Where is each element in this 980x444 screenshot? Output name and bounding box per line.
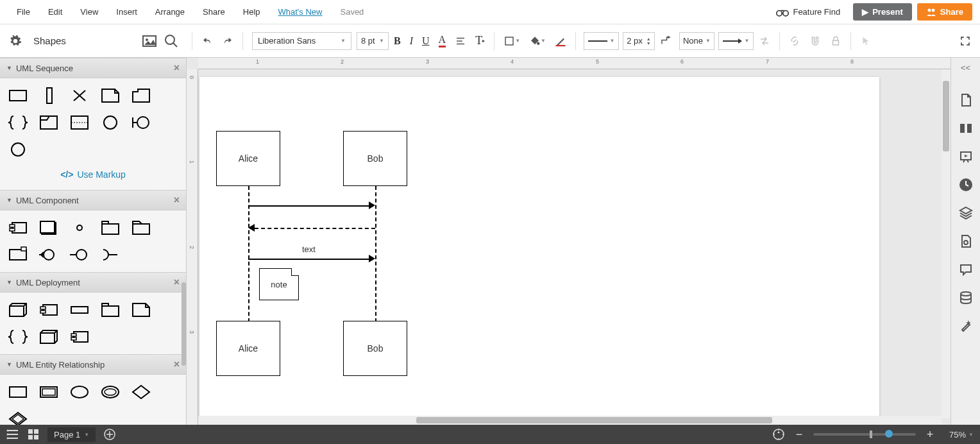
menu-help[interactable]: Help xyxy=(234,3,269,21)
vertical-scrollbar[interactable] xyxy=(942,69,950,418)
share-button[interactable]: Share xyxy=(917,3,972,21)
shape-component-alt[interactable] xyxy=(36,217,62,239)
lifeline-box-alice-bottom[interactable]: Alice xyxy=(216,321,280,376)
line-shape-button[interactable] xyxy=(656,33,675,49)
zoom-slider[interactable] xyxy=(813,433,916,436)
italic-button[interactable]: I xyxy=(406,33,417,49)
menu-share[interactable]: Share xyxy=(194,3,234,21)
shape-port[interactable] xyxy=(67,217,92,239)
fill-color-button[interactable]: ▼ xyxy=(525,33,550,49)
dock-page-icon[interactable] xyxy=(958,92,974,108)
swap-ends-button[interactable] xyxy=(755,33,774,49)
menu-arrange[interactable]: Arrange xyxy=(146,3,194,21)
font-select[interactable]: Liberation Sans ▼ xyxy=(252,32,351,50)
shape-frame[interactable] xyxy=(36,112,62,133)
shape-dep-note[interactable] xyxy=(128,299,154,321)
lifeline-box-bob-top[interactable]: Bob xyxy=(343,131,407,186)
dock-comments-icon[interactable] xyxy=(958,262,974,277)
shape-style-button[interactable]: ▼ xyxy=(500,33,524,49)
shape-folder[interactable] xyxy=(128,217,154,239)
search-icon[interactable] xyxy=(164,33,179,49)
shape-boundary[interactable] xyxy=(97,112,123,133)
add-page-button[interactable] xyxy=(103,428,116,441)
feature-find[interactable]: Feature Find xyxy=(768,3,848,21)
undo-button[interactable] xyxy=(198,33,217,49)
message-2-return[interactable] xyxy=(255,228,375,229)
bold-button[interactable]: B xyxy=(390,33,405,49)
close-icon[interactable]: × xyxy=(174,277,180,288)
text-color-button[interactable]: A xyxy=(435,31,450,50)
shape-braces[interactable] xyxy=(5,112,31,133)
shape-dep-node2[interactable] xyxy=(36,326,62,348)
canvas-area[interactable]: 1 2 3 4 5 6 7 8 0 1 2 3 Alice Bob xyxy=(187,58,950,425)
shape-destroy[interactable] xyxy=(67,85,92,107)
zoom-out-button[interactable]: − xyxy=(793,428,806,441)
page-tab[interactable]: Page 1 ▼ xyxy=(47,427,96,442)
gear-icon[interactable] xyxy=(9,35,22,47)
line-start-select[interactable]: None ▼ xyxy=(679,32,714,50)
shape-dep-package[interactable] xyxy=(97,299,123,321)
dock-collapse-button[interactable]: << xyxy=(958,62,974,73)
fullscreen-button[interactable] xyxy=(956,33,975,49)
shape-er-weak-relationship[interactable] xyxy=(5,408,31,425)
cursor-tool[interactable] xyxy=(856,33,875,49)
shape-control[interactable] xyxy=(128,112,154,133)
line-end-select[interactable]: ▼ xyxy=(718,32,754,50)
shape-artifact[interactable] xyxy=(5,244,31,266)
scrollbar-thumb[interactable] xyxy=(943,81,949,151)
dock-magic-icon[interactable] xyxy=(958,318,974,334)
outline-button[interactable] xyxy=(6,428,19,441)
shape-er-attribute[interactable] xyxy=(67,381,92,403)
grid-view-button[interactable] xyxy=(27,428,40,441)
dock-master-icon[interactable] xyxy=(958,234,974,249)
shape-node[interactable] xyxy=(5,299,31,321)
shape-object[interactable] xyxy=(5,85,31,107)
lifeline-bob[interactable] xyxy=(375,186,376,322)
shape-dep-component2[interactable] xyxy=(67,326,92,348)
shape-assembly[interactable] xyxy=(97,244,123,266)
shape-provided-interface[interactable] xyxy=(67,244,92,266)
message-3[interactable] xyxy=(248,259,370,260)
canvas[interactable]: Alice Bob text note Alice Bob xyxy=(199,77,879,417)
shape-note[interactable] xyxy=(97,85,123,107)
shape-component[interactable] xyxy=(5,217,31,239)
dock-presentation-icon[interactable] xyxy=(958,121,974,136)
shape-er-relationship[interactable] xyxy=(128,381,154,403)
shape-dep-component[interactable] xyxy=(36,299,62,321)
line-style-select[interactable]: ▼ xyxy=(584,32,619,50)
shape-er-entity[interactable] xyxy=(5,381,31,403)
close-icon[interactable]: × xyxy=(174,62,180,74)
link-button[interactable] xyxy=(785,33,804,49)
panel-header-component[interactable]: ▼ UML Component × xyxy=(0,190,186,210)
magnet-button[interactable] xyxy=(806,33,825,49)
menu-insert[interactable]: Insert xyxy=(107,3,146,21)
shape-activation[interactable] xyxy=(36,85,62,107)
close-icon[interactable]: × xyxy=(174,359,180,370)
shape-loop[interactable] xyxy=(67,112,92,133)
shape-package[interactable] xyxy=(128,85,154,107)
line-width-input[interactable]: 2 px ▲▼ xyxy=(623,32,655,50)
lifeline-box-alice-top[interactable]: Alice xyxy=(216,131,280,186)
text-tool-button[interactable]: T▸ xyxy=(471,31,489,50)
note-box[interactable]: note xyxy=(259,268,299,300)
use-markup-link[interactable]: </> Use Markup xyxy=(5,166,181,184)
zoom-in-button[interactable]: + xyxy=(924,428,936,441)
shape-entity[interactable] xyxy=(5,139,31,160)
lifeline-box-bob-bottom[interactable]: Bob xyxy=(343,321,407,376)
scrollbar-thumb[interactable] xyxy=(416,417,772,423)
shape-er-multivalue[interactable] xyxy=(97,381,123,403)
menu-view[interactable]: View xyxy=(71,3,107,21)
shape-dep-braces[interactable] xyxy=(5,326,31,348)
shape-package-comp[interactable] xyxy=(97,217,123,239)
shape-required-interface[interactable] xyxy=(36,244,62,266)
redo-button[interactable] xyxy=(218,33,237,49)
dock-layers-icon[interactable] xyxy=(958,205,974,221)
menu-whats-new[interactable]: What's New xyxy=(269,3,332,21)
lock-button[interactable] xyxy=(826,33,845,49)
horizontal-scrollbar[interactable] xyxy=(198,416,942,425)
panel-header-deployment[interactable]: ▼ UML Deployment × xyxy=(0,272,186,293)
underline-button[interactable]: U xyxy=(418,33,434,49)
shape-dep-object[interactable] xyxy=(67,299,92,321)
message-1[interactable] xyxy=(248,205,370,207)
present-button[interactable]: ▶ Present xyxy=(853,3,912,21)
